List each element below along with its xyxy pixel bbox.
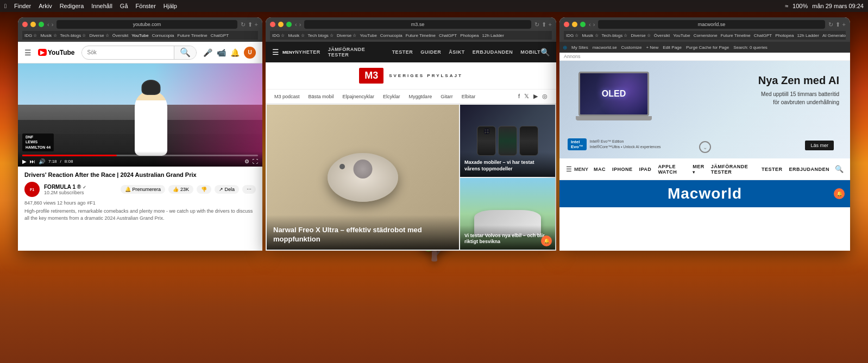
mw-bookmark-photopea[interactable]: Photopea — [775, 33, 794, 38]
subscribe-button[interactable]: 🔔 Prenumerera — [121, 185, 165, 194]
mw-nav-erbjudanden[interactable]: ERBJUDANDEN — [789, 167, 829, 172]
m3-hamburger-menu[interactable]: ☰ MENY — [272, 48, 295, 56]
m3-bookmark-idg[interactable]: IDG ☆ — [272, 33, 285, 38]
m3-bookmark-youtube[interactable]: YouTube — [360, 33, 376, 38]
m3-sub-podcast[interactable]: M3 podcast — [274, 94, 300, 99]
m3-sub-elbitar[interactable]: Elbitar — [462, 94, 476, 99]
mw-close-button[interactable] — [564, 22, 569, 27]
notifications-icon[interactable]: 🔔 — [230, 48, 240, 57]
dislike-button[interactable]: 👎 — [197, 185, 211, 194]
bookmark-musik[interactable]: Musik ☆ — [40, 33, 56, 38]
m3-bookmark-musik[interactable]: Musik ☆ — [288, 33, 304, 38]
mw-search-icon[interactable]: 🔍 — [835, 165, 844, 173]
more-options-button[interactable]: ⋯ — [242, 185, 256, 194]
m3-bookmark-techblogs[interactable]: Tech blogs ☆ — [308, 33, 334, 38]
mw-bookmark-techblogs[interactable]: Tech-blogs ☆ — [602, 33, 628, 38]
mw-share-button[interactable]: ⬆ — [835, 21, 840, 28]
admin-site-name[interactable]: macworld.se — [593, 45, 617, 50]
m3-close-button[interactable] — [270, 22, 275, 27]
m3-maximize-button[interactable] — [286, 22, 292, 27]
mw-nav-apple-watch[interactable]: APPLE WATCH — [658, 164, 686, 175]
finder-menu[interactable]: Finder — [14, 3, 31, 9]
m3-bookmark-cornucopia[interactable]: Cornucopia — [380, 33, 402, 38]
m3-nav-tester[interactable]: TESTER — [392, 49, 413, 55]
progress-bar[interactable] — [22, 155, 258, 156]
admin-purge-cache[interactable]: Purge Cache for Page — [686, 45, 729, 50]
bookmark-diverse[interactable]: Diverse ☆ — [90, 33, 109, 38]
mw-reload-button[interactable]: ↻ — [828, 21, 833, 28]
m3-main-article[interactable]: Narwal Freo X Ultra – effektiv städrobot… — [267, 105, 459, 250]
next-button[interactable]: ⏭ — [30, 158, 35, 164]
bookmark-youtube[interactable]: YouTube — [131, 33, 148, 38]
bookmark-chatgpt[interactable]: ChatGPT — [211, 33, 229, 38]
m3-sub-elpa[interactable]: Elpajnencyklar — [343, 94, 375, 99]
youtube-search-bar[interactable]: 🔍 — [81, 46, 197, 60]
m3-nav-asikt[interactable]: ÅSIKT — [449, 49, 465, 55]
scroll-hint-button[interactable]: ⌄ — [699, 141, 711, 153]
mw-bookmark-diverse[interactable]: Diverse ☆ — [631, 33, 651, 38]
bookmark-cornucopia[interactable]: Cornucopia — [152, 33, 174, 38]
maximize-button[interactable] — [39, 22, 44, 27]
wp-logo[interactable]: ⊕ — [563, 44, 567, 50]
bookmark-idg[interactable]: IDG ☆ — [24, 33, 37, 38]
play-pause-button[interactable]: ▶ — [22, 158, 27, 164]
m3-sub-gitarr[interactable]: Gitarr — [441, 94, 453, 99]
add-tab-button[interactable]: + — [255, 21, 258, 28]
mw-bookmark-youtube[interactable]: YouTube — [673, 33, 690, 38]
mw-bookmark-future[interactable]: Future Timeline — [721, 33, 751, 38]
mw-nav-ipad[interactable]: IPAD — [639, 167, 652, 172]
mw-nav-tester[interactable]: TESTER — [762, 167, 783, 172]
user-avatar[interactable]: U — [244, 47, 256, 59]
mw-bookmark-cornerstone[interactable]: Cornerstone — [694, 33, 718, 38]
mw-minimize-button[interactable] — [572, 22, 577, 27]
m3-sub-myggtdare[interactable]: Myggtdare — [409, 94, 432, 99]
mw-bookmark-idg[interactable]: IDG ☆ — [566, 33, 578, 38]
mw-hamburger-menu[interactable]: ☰ MENY — [566, 165, 588, 173]
close-button[interactable] — [22, 22, 28, 27]
channel-name[interactable]: FORMULA 1 ® ✓ — [44, 184, 116, 190]
hamburger-menu-icon[interactable]: ☰ — [24, 48, 32, 57]
admin-search[interactable]: Search: 0 queries — [733, 45, 768, 50]
m3-search-icon[interactable]: 🔍 — [540, 48, 550, 56]
youtube-search-input[interactable] — [82, 49, 174, 55]
minimize-button[interactable] — [30, 22, 36, 27]
innehall-menu[interactable]: Innehåll — [91, 3, 112, 9]
m3-reload-button[interactable]: ↻ — [534, 21, 539, 28]
bookmark-oversikt[interactable]: Översikt — [112, 33, 128, 38]
apple-menu[interactable]:  — [4, 3, 7, 9]
ad-cta-button[interactable]: Läs mer — [805, 141, 834, 150]
mw-bookmark-musik[interactable]: Musik ☆ — [582, 33, 598, 38]
mw-add-button[interactable]: + — [842, 21, 846, 28]
redigera-menu[interactable]: Redigera — [60, 3, 84, 9]
m3-address-bar[interactable]: m3.se — [304, 20, 531, 29]
mw-bookmark-ai[interactable]: AI Generator — [822, 33, 846, 38]
bookmark-techblogs[interactable]: Tech-blogs ☆ — [60, 33, 86, 38]
m3-share-button[interactable]: ⬆ — [542, 21, 546, 28]
arkiv-menu[interactable]: Arkiv — [39, 3, 52, 9]
youtube-social-icon[interactable]: ▶ — [533, 93, 538, 100]
admin-edit-page[interactable]: Edit Page — [663, 45, 682, 50]
admin-new[interactable]: + New — [646, 45, 658, 50]
mw-back-button[interactable]: ‹ — [589, 21, 591, 28]
m3-nav-nyheter[interactable]: NYHETER — [295, 49, 320, 55]
hjalp-menu[interactable]: Hjälp — [163, 3, 177, 9]
mw-nav-mac[interactable]: MAC — [594, 167, 606, 172]
mw-nav-iphone[interactable]: IPHONE — [612, 167, 633, 172]
mw-forward-button[interactable]: › — [593, 21, 595, 28]
reload-button[interactable]: ↻ — [241, 21, 246, 28]
fullscreen-button[interactable]: ⛶ — [253, 158, 258, 164]
notification-bell-icon[interactable]: 🔔 — [541, 235, 552, 246]
youtube-logo[interactable]: ▶ YouTube — [38, 49, 75, 56]
share-button[interactable]: ↗ Dela — [215, 185, 239, 194]
m3-nav-mobilt[interactable]: MOBILT — [520, 49, 540, 55]
m3-sub-elcyklar[interactable]: Elcyklar — [383, 94, 400, 99]
m3-sub-mobil[interactable]: Bästa mobil — [309, 94, 334, 99]
microphone-icon[interactable]: 🎤 — [203, 48, 212, 57]
m3-forward-button[interactable]: › — [299, 21, 301, 28]
ga-menu[interactable]: Gå — [120, 3, 128, 9]
mw-bookmark-chatgpt[interactable]: ChatGPT — [754, 33, 772, 38]
admin-customize[interactable]: Customize — [621, 45, 642, 50]
mw-maximize-button[interactable] — [580, 22, 586, 27]
settings-icon[interactable]: ⚙ — [244, 158, 249, 164]
youtube-search-button[interactable]: 🔍 — [174, 46, 196, 59]
